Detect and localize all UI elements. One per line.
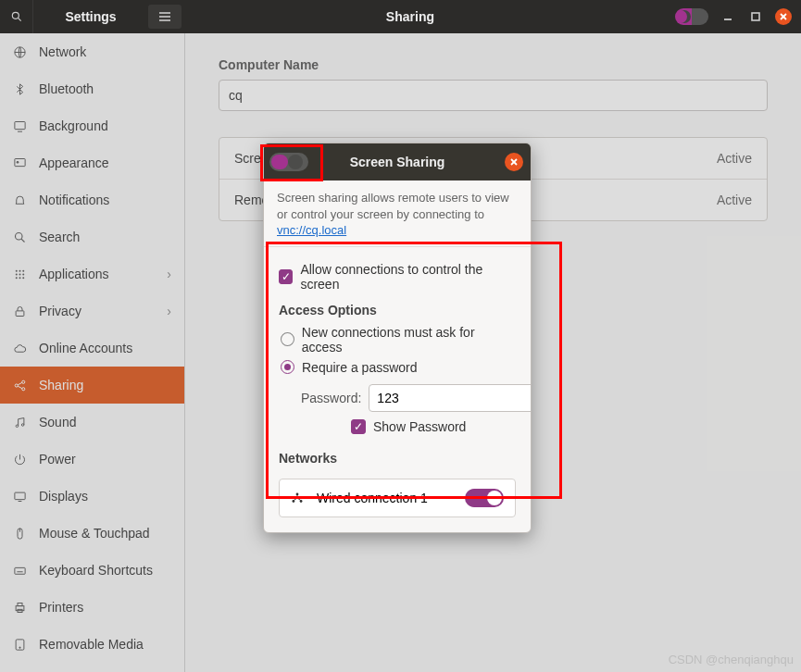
radio-ask-access[interactable] <box>281 332 294 346</box>
svg-point-27 <box>15 383 18 386</box>
svg-point-43 <box>19 647 20 648</box>
dialog-body: ✓ Allow connections to control the scree… <box>264 247 531 532</box>
sidebar-item-power[interactable]: Power <box>0 441 184 478</box>
maximize-button[interactable] <box>747 8 764 25</box>
svg-point-32 <box>21 423 24 426</box>
close-button[interactable] <box>775 8 792 25</box>
svg-rect-33 <box>15 492 25 500</box>
radio-ask-access-label: New connections must ask for access <box>302 325 516 355</box>
svg-point-19 <box>16 273 18 275</box>
sidebar-item-printers[interactable]: Printers <box>0 589 184 626</box>
sidebar-item-label: Bluetooth <box>39 81 94 96</box>
svg-rect-37 <box>15 567 25 574</box>
radio-require-password-row[interactable]: Require a password <box>279 360 516 375</box>
screen-sharing-toggle[interactable] <box>269 153 308 171</box>
svg-point-31 <box>16 425 19 428</box>
remote-login-row-status: Active <box>717 193 752 207</box>
svg-line-29 <box>18 382 22 385</box>
sidebar-item-mouse-touchpad[interactable]: Mouse & Touchpad <box>0 515 184 552</box>
sidebar-item-label: Sharing <box>39 378 83 392</box>
svg-line-15 <box>21 239 24 242</box>
chevron-right-icon: › <box>167 304 171 318</box>
svg-rect-12 <box>15 158 25 166</box>
sidebar-item-label: Online Accounts <box>39 341 132 355</box>
settings-sidebar: NetworkBluetoothBackgroundAppearanceNoti… <box>0 33 185 672</box>
dialog-close-button[interactable] <box>505 153 523 171</box>
radio-require-password-label: Require a password <box>302 360 418 375</box>
sidebar-item-keyboard-shortcuts[interactable]: Keyboard Shortcuts <box>0 552 184 589</box>
hamburger-menu-button[interactable] <box>148 5 181 29</box>
sidebar-item-label: Background <box>39 118 108 133</box>
search-icon <box>10 10 23 23</box>
sharing-master-toggle[interactable] <box>675 8 708 25</box>
window-controls <box>675 8 792 25</box>
svg-line-1 <box>18 18 20 20</box>
header-search-button[interactable] <box>0 0 33 33</box>
cloud-icon <box>13 342 28 355</box>
allow-control-checkbox[interactable]: ✓ <box>279 269 293 284</box>
disk-icon <box>13 638 28 652</box>
sidebar-item-notifications[interactable]: Notifications <box>0 181 184 218</box>
sidebar-item-label: Appearance <box>39 156 109 170</box>
sidebar-item-label: Removable Media <box>39 637 144 652</box>
allow-control-checkbox-row[interactable]: ✓ Allow connections to control the scree… <box>279 262 516 292</box>
svg-line-30 <box>18 386 22 389</box>
sidebar-item-label: Applications <box>39 267 109 281</box>
sidebar-item-label: Power <box>39 452 76 467</box>
svg-point-17 <box>19 269 21 271</box>
bluetooth-icon <box>13 82 28 96</box>
sidebar-item-privacy[interactable]: Privacy› <box>0 292 184 330</box>
svg-point-13 <box>17 161 19 163</box>
svg-point-14 <box>16 232 23 240</box>
close-icon <box>779 12 788 21</box>
vnc-link[interactable]: vnc://cq.local <box>277 223 346 237</box>
password-label: Password: <box>301 391 361 405</box>
desktop-icon <box>13 119 28 133</box>
screen-sharing-row-status: Active <box>717 151 752 166</box>
sidebar-item-displays[interactable]: Displays <box>0 478 184 515</box>
svg-point-23 <box>19 277 21 279</box>
sidebar-item-background[interactable]: Background <box>0 107 184 144</box>
password-input[interactable] <box>369 384 532 412</box>
power-icon <box>13 453 28 467</box>
sidebar-item-label: Privacy <box>39 304 81 318</box>
computer-name-input[interactable] <box>219 80 768 111</box>
sidebar-item-sound[interactable]: Sound <box>0 404 184 441</box>
svg-point-18 <box>22 269 24 271</box>
networks-list: Wired connection 1 <box>279 479 516 517</box>
sidebar-item-online-accounts[interactable]: Online Accounts <box>0 330 184 367</box>
radio-require-password[interactable] <box>281 360 294 374</box>
sidebar-item-bluetooth[interactable]: Bluetooth <box>0 70 184 107</box>
dialog-description: Screen sharing allows remote users to vi… <box>264 180 531 247</box>
dialog-description-text: Screen sharing allows remote users to vi… <box>277 191 509 221</box>
sidebar-item-applications[interactable]: Applications› <box>0 255 184 292</box>
show-password-checkbox[interactable]: ✓ <box>351 419 366 434</box>
sidebar-item-appearance[interactable]: Appearance <box>0 144 184 181</box>
show-password-label: Show Password <box>373 419 466 434</box>
sidebar-item-search[interactable]: Search <box>0 218 184 255</box>
sidebar-item-label: Search <box>39 230 80 244</box>
network-toggle[interactable] <box>465 489 504 507</box>
sidebar-item-sharing[interactable]: Sharing <box>0 367 184 404</box>
access-options-heading: Access Options <box>279 303 516 317</box>
note-icon <box>13 416 28 429</box>
sidebar-item-removable-media[interactable]: Removable Media <box>0 626 184 663</box>
svg-rect-6 <box>752 13 759 20</box>
show-password-row[interactable]: ✓ Show Password <box>351 419 516 434</box>
radio-ask-access-row[interactable]: New connections must ask for access <box>279 325 516 355</box>
svg-point-16 <box>16 269 18 271</box>
sidebar-item-label: Printers <box>39 600 83 615</box>
sidebar-item-label: Network <box>39 44 86 59</box>
titlebar-right: Sharing <box>185 0 801 33</box>
minimize-button[interactable] <box>720 8 736 25</box>
mouse-icon <box>13 527 28 541</box>
brush-icon <box>13 156 28 170</box>
sidebar-item-label: Keyboard Shortcuts <box>39 563 153 578</box>
wired-network-icon <box>291 492 307 504</box>
share-icon <box>13 379 28 392</box>
sidebar-item-network[interactable]: Network <box>0 33 184 70</box>
chevron-right-icon: › <box>167 267 171 281</box>
displays-icon <box>13 490 28 504</box>
svg-point-20 <box>19 273 21 275</box>
dialog-header: Screen Sharing <box>264 143 531 180</box>
